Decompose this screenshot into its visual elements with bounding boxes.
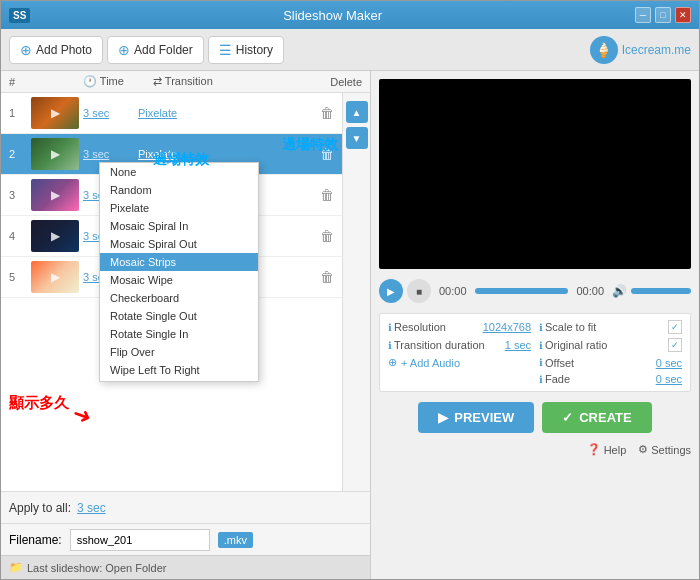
dropdown-item-rotate-single-out[interactable]: Rotate Single Out: [100, 307, 258, 325]
add-audio-icon: ⊕: [388, 356, 397, 369]
slide-time[interactable]: 3 sec: [83, 148, 138, 160]
add-photo-button[interactable]: ⊕ Add Photo: [9, 36, 103, 64]
create-label: CREATE: [579, 410, 631, 425]
help-link[interactable]: ❓ Help: [587, 443, 627, 456]
preview-label: PREVIEW: [454, 410, 514, 425]
volume-icon[interactable]: 🔊: [612, 284, 627, 298]
transition-duration-value[interactable]: 1 sec: [505, 339, 531, 351]
dropdown-item-mosaic-strips[interactable]: Mosaic Strips: [100, 253, 258, 271]
dropdown-item-none[interactable]: None: [100, 163, 258, 181]
dropdown-item-mosaic-wipe[interactable]: Mosaic Wipe: [100, 271, 258, 289]
offset-value[interactable]: 0 sec: [656, 357, 682, 369]
close-button[interactable]: ✕: [675, 7, 691, 23]
annotation-time: 顯示多久: [9, 394, 69, 413]
slide-row[interactable]: 1 ▶ 3 sec Pixelate 🗑: [1, 93, 370, 134]
resolution-info-icon[interactable]: ℹ: [388, 322, 392, 333]
apply-all-value[interactable]: 3 sec: [77, 501, 106, 515]
original-ratio-checkbox[interactable]: ✓: [668, 338, 682, 352]
preview-play-icon: ▶: [438, 410, 448, 425]
fade-value[interactable]: 0 sec: [656, 373, 682, 385]
slide-transition-selected[interactable]: Pixelate: [138, 148, 258, 160]
dropdown-item-wipe-l-r[interactable]: Wipe Left To Right: [100, 361, 258, 379]
toolbar-left: ⊕ Add Photo ⊕ Add Folder ☰ History: [9, 36, 284, 64]
progress-bar[interactable]: [475, 288, 569, 294]
dropdown-item-flip-over[interactable]: Flip Over: [100, 343, 258, 361]
original-ratio-label: ℹ Original ratio: [539, 339, 607, 351]
slide-number: 5: [9, 271, 31, 283]
fade-info-icon[interactable]: ℹ: [539, 374, 543, 385]
slide-number: 1: [9, 107, 31, 119]
scroll-up-button[interactable]: ▲: [346, 101, 368, 123]
delete-slide-button[interactable]: 🗑: [258, 105, 334, 121]
transition-info-icon[interactable]: ℹ: [388, 340, 392, 351]
apply-all-text: Apply to all:: [9, 501, 71, 515]
time-end: 00:00: [576, 285, 604, 297]
resolution-value[interactable]: 1024x768: [483, 321, 531, 333]
dropdown-item-random[interactable]: Random: [100, 181, 258, 199]
dropdown-item-wipe-r-l[interactable]: Wipe Right To Left: [100, 379, 258, 382]
volume-bar[interactable]: [631, 288, 691, 294]
scale-info-icon[interactable]: ℹ: [539, 322, 543, 333]
slide-thumbnail: ▶: [31, 97, 79, 129]
stop-button[interactable]: ■: [407, 279, 431, 303]
play-overlay-icon: ▶: [51, 270, 60, 284]
filename-input[interactable]: [70, 529, 210, 551]
delete-slide-button[interactable]: 🗑: [258, 269, 334, 285]
add-photo-icon: ⊕: [20, 42, 32, 58]
delete-slide-button[interactable]: 🗑: [258, 187, 334, 203]
dropdown-item-rotate-single-in[interactable]: Rotate Single In: [100, 325, 258, 343]
settings-label: Settings: [651, 444, 691, 456]
slide-number: 2: [9, 148, 31, 160]
offset-label: ℹ Offset: [539, 357, 574, 369]
slide-transition[interactable]: Pixelate: [138, 107, 258, 119]
slide-thumbnail: ▶: [31, 179, 79, 211]
ratio-info-icon[interactable]: ℹ: [539, 340, 543, 351]
settings-link[interactable]: ⚙ Settings: [638, 443, 691, 456]
slide-time[interactable]: 3 sec: [83, 107, 138, 119]
col-num-header: #: [9, 76, 31, 88]
play-button[interactable]: ▶: [379, 279, 403, 303]
apply-all-bar: Apply to all: 3 sec: [1, 491, 370, 523]
fade-row: ℹ Fade 0 sec: [539, 373, 682, 385]
bottom-action-bar: ❓ Help ⚙ Settings: [379, 439, 691, 460]
folder-icon: 📁: [9, 561, 23, 574]
file-extension-badge: .mkv: [218, 532, 253, 548]
title-bar: SS Slideshow Maker ─ □ ✕: [1, 1, 699, 29]
scale-checkbox[interactable]: ✓: [668, 320, 682, 334]
window-controls: ─ □ ✕: [635, 7, 691, 23]
history-button[interactable]: ☰ History: [208, 36, 284, 64]
add-audio-button[interactable]: ⊕ + Add Audio: [388, 356, 460, 369]
add-folder-button[interactable]: ⊕ Add Folder: [107, 36, 204, 64]
delete-slide-button[interactable]: 🗑: [258, 228, 334, 244]
dropdown-item-mosaic-spiral-in[interactable]: Mosaic Spiral In: [100, 217, 258, 235]
toolbar: ⊕ Add Photo ⊕ Add Folder ☰ History 🍦 Ice…: [1, 29, 699, 71]
create-button[interactable]: ✓ CREATE: [542, 402, 651, 433]
history-label: History: [236, 43, 273, 57]
time-start: 00:00: [439, 285, 467, 297]
scroll-down-button[interactable]: ▼: [346, 127, 368, 149]
slide-number: 4: [9, 230, 31, 242]
icecream-avatar: 🍦: [590, 36, 618, 64]
dropdown-item-mosaic-spiral-out[interactable]: Mosaic Spiral Out: [100, 235, 258, 253]
preview-button[interactable]: ▶ PREVIEW: [418, 402, 534, 433]
action-buttons: ▶ PREVIEW ✓ CREATE: [379, 402, 691, 433]
dropdown-item-checkerboard[interactable]: Checkerboard: [100, 289, 258, 307]
slide-thumbnail: ▶: [31, 220, 79, 252]
add-audio-row: ⊕ + Add Audio: [388, 356, 531, 369]
offset-info-icon[interactable]: ℹ: [539, 357, 543, 368]
settings-gear-icon: ⚙: [638, 443, 648, 456]
history-icon: ☰: [219, 42, 232, 58]
slide-number: 3: [9, 189, 31, 201]
slide-row[interactable]: 2 ▶ 3 sec Pixelate 🗑 None Random Pixelat…: [1, 134, 370, 175]
maximize-button[interactable]: □: [655, 7, 671, 23]
main-content: # 🕐 Time ⇄ Transition Delete ▲ ▼: [1, 71, 699, 579]
add-folder-icon: ⊕: [118, 42, 130, 58]
filename-label: Filename:: [9, 533, 62, 547]
transition-duration-label: ℹ Transition duration: [388, 339, 485, 351]
delete-slide-button[interactable]: 🗑: [258, 146, 334, 162]
icecream-link[interactable]: 🍦 Icecream.me: [590, 36, 691, 64]
slide-thumbnail: ▶: [31, 261, 79, 293]
scale-label: ℹ Scale to fit: [539, 321, 596, 333]
minimize-button[interactable]: ─: [635, 7, 651, 23]
dropdown-item-pixelate[interactable]: Pixelate: [100, 199, 258, 217]
